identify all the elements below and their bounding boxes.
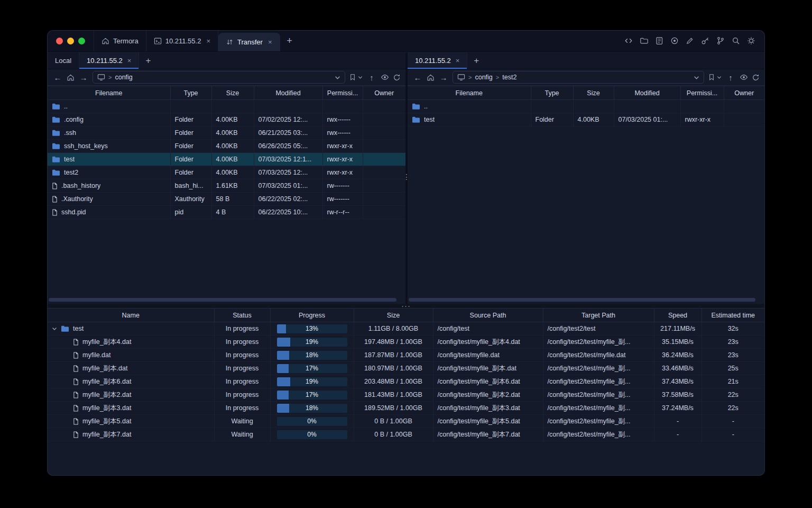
bookmark-control[interactable] <box>708 74 722 81</box>
upload-icon[interactable]: ↑ <box>725 74 736 81</box>
breadcrumb-segment[interactable]: test2 <box>502 74 516 81</box>
file-modified: 07/03/2025 12:... <box>254 166 322 179</box>
back-icon[interactable]: ← <box>52 74 63 81</box>
transfer-row[interactable]: myfile_副本4.dat In progress 19% 197.48MB … <box>48 335 764 349</box>
horizontal-scrollbar[interactable] <box>409 298 759 302</box>
column-header[interactable]: Status <box>214 309 270 322</box>
column-header[interactable]: Permissi... <box>322 86 363 100</box>
column-header[interactable]: Filename <box>48 86 170 100</box>
tab-remote-left[interactable]: 10.211.55.2 × <box>79 52 139 69</box>
column-header[interactable]: Size <box>354 309 433 322</box>
journal-icon[interactable] <box>654 36 664 46</box>
record-icon[interactable] <box>670 36 679 46</box>
settings-icon[interactable] <box>746 36 756 46</box>
path-bar[interactable]: > config > test2 <box>453 71 704 84</box>
table-row[interactable]: .ssh Folder 4.00KB 06/21/2025 03:... rwx… <box>48 126 405 140</box>
search-icon[interactable] <box>731 36 741 46</box>
back-icon[interactable]: ← <box>412 74 423 81</box>
table-row-selected[interactable]: test Folder 4.00KB 07/03/2025 12:1... rw… <box>48 153 405 166</box>
horizontal-splitter[interactable]: ··· <box>48 304 764 308</box>
transfer-icon <box>226 38 234 46</box>
transfer-row[interactable]: test In progress 13% 1.11GB / 8.00GB /co… <box>48 322 764 335</box>
tab-transfer[interactable]: Transfer × <box>218 33 280 51</box>
table-row[interactable]: .. <box>48 100 405 113</box>
column-header[interactable]: Filename <box>408 86 531 100</box>
column-header[interactable]: Estimated time <box>702 309 764 322</box>
forward-icon[interactable]: → <box>78 74 89 81</box>
transfer-row[interactable]: myfile.dat In progress 18% 187.87MB / 1.… <box>48 349 764 362</box>
chevron-down-icon[interactable] <box>335 75 340 80</box>
column-header[interactable]: Name <box>48 309 214 322</box>
table-row[interactable]: .Xauthority Xauthority 58 B 06/22/2025 0… <box>48 193 405 206</box>
transfer-row[interactable]: myfile_副本7.dat Waiting 0% 0 B / 1.00GB /… <box>48 428 764 441</box>
close-tab-icon[interactable]: × <box>127 57 132 65</box>
column-header[interactable]: Permissi... <box>680 86 724 100</box>
new-tab-button[interactable]: + <box>280 31 299 51</box>
minimize-window-button[interactable] <box>67 38 74 44</box>
scrollbar-thumb[interactable] <box>49 298 396 302</box>
zoom-window-button[interactable] <box>78 38 85 44</box>
refresh-icon[interactable] <box>752 74 760 81</box>
column-header[interactable]: Progress <box>270 309 354 322</box>
upload-icon[interactable]: ↑ <box>366 74 377 81</box>
branch-icon[interactable] <box>716 36 725 46</box>
transfer-row[interactable]: myfile_副本3.dat In progress 18% 189.52MB … <box>48 402 764 415</box>
close-tab-icon[interactable]: × <box>456 57 460 65</box>
column-header[interactable]: Type <box>170 86 211 100</box>
tab-local[interactable]: Local <box>48 52 79 69</box>
column-header[interactable]: Type <box>531 86 573 100</box>
tab-termora[interactable]: Termora <box>94 31 146 51</box>
table-row[interactable]: sshd.pid pid 4 B 06/22/2025 10:... rw-r-… <box>48 206 405 219</box>
transfer-row[interactable]: myfile_副本.dat In progress 17% 180.97MB /… <box>48 362 764 375</box>
chevron-down-icon[interactable] <box>694 75 699 80</box>
code-icon[interactable] <box>624 36 633 46</box>
column-header[interactable]: Modified <box>614 86 680 100</box>
column-header[interactable]: Speed <box>654 309 702 322</box>
scrollbar-thumb[interactable] <box>409 298 755 302</box>
forward-icon[interactable]: → <box>438 74 449 81</box>
column-header[interactable]: Modified <box>254 86 322 100</box>
column-header[interactable]: Size <box>211 86 254 100</box>
breadcrumb-separator: > <box>468 74 472 80</box>
file-permissions: rwxr-xr-x <box>322 140 363 153</box>
pencil-icon[interactable] <box>685 36 695 46</box>
table-row[interactable]: ssh_host_keys Folder 4.00KB 06/26/2025 0… <box>48 140 405 153</box>
column-header[interactable]: Owner <box>363 86 405 100</box>
tab-remote-right[interactable]: 10.211.55.2 × <box>408 52 467 69</box>
refresh-icon[interactable] <box>393 74 401 81</box>
eye-icon[interactable] <box>381 74 389 81</box>
titlebar: Termora 10.211.55.2 × Transfer × + <box>48 31 764 52</box>
eye-icon[interactable] <box>740 74 748 81</box>
breadcrumb-segment[interactable]: config <box>475 74 492 81</box>
source-path: /config/test/myfile_副本3.dat <box>433 402 543 415</box>
column-header[interactable]: Source Path <box>433 309 543 322</box>
column-header[interactable]: Target Path <box>543 309 654 322</box>
column-header[interactable]: Size <box>573 86 614 100</box>
horizontal-scrollbar[interactable] <box>49 298 400 302</box>
table-row[interactable]: .config Folder 4.00KB 07/02/2025 12:... … <box>48 113 405 126</box>
path-bar[interactable]: > config <box>93 71 345 84</box>
column-header[interactable]: Owner <box>724 86 764 100</box>
transfer-row[interactable]: myfile_副本5.dat Waiting 0% 0 B / 1.00GB /… <box>48 415 764 428</box>
progress-bar: 19% <box>277 338 347 347</box>
table-row[interactable]: test2 Folder 4.00KB 07/03/2025 12:... rw… <box>48 166 405 179</box>
breadcrumb-segment[interactable]: config <box>115 74 132 81</box>
bookmark-control[interactable] <box>349 74 363 81</box>
key-icon[interactable] <box>700 36 710 46</box>
close-window-button[interactable] <box>56 38 63 44</box>
file-icon <box>73 392 79 398</box>
home-icon[interactable] <box>427 74 435 81</box>
expand-chevron-icon[interactable] <box>52 326 57 331</box>
close-tab-icon[interactable]: × <box>268 38 272 46</box>
close-tab-icon[interactable]: × <box>206 37 210 45</box>
new-panel-tab-button[interactable]: + <box>139 52 157 69</box>
transfer-row[interactable]: myfile_副本6.dat In progress 19% 203.48MB … <box>48 375 764 388</box>
table-row[interactable]: test Folder 4.00KB 07/03/2025 01:... rwx… <box>408 113 764 126</box>
tab-host[interactable]: 10.211.55.2 × <box>146 31 218 51</box>
table-row[interactable]: .. <box>408 100 764 113</box>
transfer-row[interactable]: myfile_副本2.dat In progress 17% 181.43MB … <box>48 388 764 402</box>
table-row[interactable]: .bash_history bash_hi... 1.61KB 07/03/20… <box>48 179 405 193</box>
home-icon[interactable] <box>67 74 75 81</box>
new-panel-tab-button[interactable]: + <box>467 52 485 69</box>
folder-icon[interactable] <box>639 36 649 46</box>
